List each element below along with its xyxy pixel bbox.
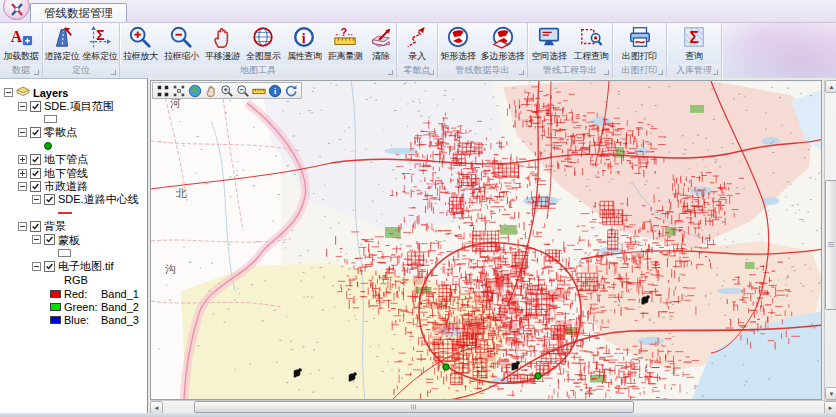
spatial-select-button[interactable]: 空间选择 (531, 25, 568, 63)
ribbon-group-7: Σ查询入库管理 (667, 23, 722, 78)
dialog-launcher-icon[interactable] (111, 70, 116, 75)
load-data-button[interactable]: A加载数据 (3, 25, 40, 63)
ribbon-group-label: 入库管理 (676, 65, 712, 75)
dialog-launcher-icon[interactable] (429, 70, 434, 75)
layer-label[interactable]: SDE.道路中心线 (58, 192, 139, 207)
app-menu-button[interactable] (3, 0, 30, 20)
expand-icon[interactable] (18, 169, 27, 178)
scroll-up-button[interactable]: ▲ (825, 80, 836, 93)
collapse-icon[interactable] (32, 262, 41, 271)
ribbon-button-label: 拉框缩小 (164, 50, 199, 63)
pan-roam-icon (210, 25, 234, 49)
fixed-zoom-squares-icon[interactable] (172, 84, 186, 98)
layer-checkbox[interactable] (30, 154, 41, 165)
layers-panel: LayersSDE.项目范围零散点地下管点地下管线市政道路SDE.道路中心线背景… (0, 78, 148, 413)
tab-pipeline-data-management[interactable]: 管线数据管理 (30, 3, 127, 22)
identify-info-icon[interactable]: i (268, 84, 282, 98)
layer-checkbox[interactable] (30, 101, 41, 112)
collapse-icon[interactable] (18, 182, 27, 191)
collapse-icon[interactable] (4, 88, 13, 97)
expand-icon[interactable] (18, 155, 27, 164)
layer-label[interactable]: SDE.项目范围 (44, 99, 114, 114)
layer-checkbox[interactable] (30, 127, 41, 138)
collapse-icon[interactable] (32, 195, 41, 204)
globe-icon[interactable] (188, 84, 202, 98)
refresh-icon[interactable] (284, 84, 298, 98)
project-query-button[interactable]: 工程查询 (573, 25, 610, 63)
zoom-out-icon[interactable] (236, 84, 250, 98)
ribbon-group-0: A加载数据数据 (0, 23, 43, 78)
dialog-launcher-icon[interactable] (519, 70, 524, 75)
ribbon-group-label: 地图工具 (240, 65, 276, 75)
road-locate-button[interactable]: 道路定位 (44, 25, 81, 63)
dialog-launcher-icon[interactable] (388, 70, 393, 75)
collapse-icon[interactable] (18, 102, 27, 111)
vertical-scrollbar[interactable]: ▲ ▼ (824, 80, 836, 400)
map-view[interactable]: 河北沟 (150, 80, 822, 400)
attribute-query-button[interactable]: i属性查询 (286, 25, 323, 63)
rectangle-select-button[interactable]: 矩形选择 (440, 25, 477, 63)
layer-symbol-rect-outline (44, 115, 57, 123)
layer-label[interactable]: 蒙板 (58, 233, 80, 248)
ribbon-button-label: 加载数据 (4, 50, 39, 63)
zoom-in-icon[interactable] (220, 84, 234, 98)
dialog-launcher-icon[interactable] (713, 70, 718, 75)
pan-hand-icon[interactable] (204, 84, 218, 98)
vertical-scroll-thumb[interactable] (825, 180, 836, 310)
spatial-select-icon (537, 25, 561, 49)
layer-label[interactable]: 电子地图.tif (58, 259, 114, 274)
zoom-out-box-icon (169, 25, 193, 49)
load-data-icon: A (9, 25, 33, 49)
ribbon-button-label: 平移漫游 (205, 50, 240, 63)
map-image[interactable]: 河北沟 (151, 81, 822, 400)
collapse-icon[interactable] (32, 235, 41, 244)
layer-checkbox[interactable] (30, 181, 41, 192)
layer-checkbox[interactable] (44, 234, 55, 245)
layer-symbol-red-line (58, 212, 72, 214)
ribbon-button-label: 空间选择 (532, 50, 567, 63)
horizontal-scrollbar[interactable]: ◄ ► (150, 400, 836, 413)
layer-checkbox[interactable] (30, 168, 41, 179)
rectangle-select-icon (446, 25, 470, 49)
zoom-out-box-button[interactable]: 拉框缩小 (163, 25, 200, 63)
entry-icon (405, 25, 429, 49)
ribbon-group-1: 道路定位Σ坐标定位定位 (43, 23, 120, 78)
print-button[interactable]: 出图打印 (621, 25, 658, 63)
layer-label[interactable]: 零散点 (44, 125, 77, 140)
full-extent-button[interactable]: 全图显示 (245, 25, 282, 63)
ribbon-button-label: 录入 (408, 50, 425, 63)
collapse-icon[interactable] (18, 128, 27, 137)
map-toolbar: i (152, 82, 302, 99)
scroll-down-button[interactable]: ▼ (825, 387, 836, 400)
full-extent-squares-icon[interactable] (156, 84, 170, 98)
measure-ruler-icon[interactable] (252, 84, 266, 98)
ribbon-group-4: 矩形选择多边形选择管线数据导出 (438, 23, 528, 78)
layer-checkbox[interactable] (30, 221, 41, 232)
distance-measure-button[interactable]: ?距离量测 (327, 25, 364, 63)
svg-text:i: i (302, 31, 306, 46)
dialog-launcher-icon[interactable] (604, 70, 609, 75)
entry-button[interactable]: 录入 (404, 25, 430, 63)
band-value: Band_3 (101, 314, 139, 326)
query-button[interactable]: Σ查询 (681, 25, 707, 63)
polygon-select-button[interactable]: 多边形选择 (480, 25, 526, 63)
layer-checkbox[interactable] (44, 261, 55, 272)
collapse-icon[interactable] (18, 222, 27, 231)
pan-roam-button[interactable]: 平移漫游 (204, 25, 241, 63)
zoom-in-box-button[interactable]: 拉框放大 (122, 25, 159, 63)
dialog-launcher-icon[interactable] (34, 70, 39, 75)
project-query-icon (579, 25, 603, 49)
ribbon-button-label: 坐标定位 (83, 50, 118, 63)
ribbon-group-3: 录入零散点 (397, 23, 438, 78)
ribbon-group-label: 数据 (12, 65, 30, 75)
print-icon (628, 25, 652, 49)
layer-checkbox[interactable] (44, 194, 55, 205)
ribbon-button-label: 出图打印 (622, 50, 657, 63)
coordinate-locate-button[interactable]: Σ坐标定位 (82, 25, 119, 63)
clear-button[interactable]: 清除 (368, 25, 394, 63)
dialog-launcher-icon[interactable] (658, 70, 663, 75)
ribbon-button-label: 查询 (685, 50, 702, 63)
horizontal-scroll-thumb[interactable] (194, 401, 634, 413)
ribbon-tab-row: 管线数据管理 (0, 0, 836, 23)
layer-label[interactable]: Layers (33, 87, 68, 99)
